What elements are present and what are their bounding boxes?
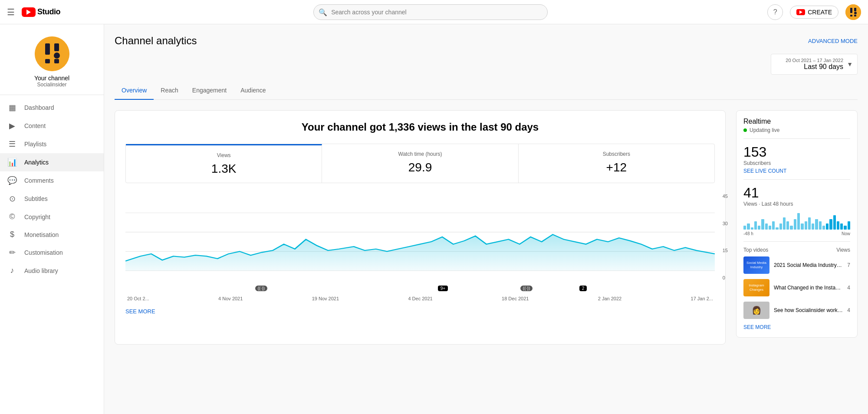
avatar[interactable]: [845, 4, 861, 20]
search-icon: 🔍: [319, 8, 327, 16]
date-range-selector[interactable]: 20 Oct 2021 – 17 Jan 2022 Last 90 days ▼: [771, 54, 858, 75]
tab-audience[interactable]: Audience: [233, 82, 273, 100]
help-button[interactable]: ?: [767, 4, 783, 20]
mini-bar: [743, 226, 746, 230]
top-videos-see-more-button[interactable]: SEE MORE: [743, 324, 850, 330]
page-header: Channel analytics ADVANCED MODE: [115, 35, 858, 47]
y-label-30: 30: [723, 221, 728, 226]
svg-rect-1: [850, 8, 852, 13]
marker-broadcast-2[interactable]: ((·)): [520, 286, 533, 291]
top-videos-views-label: Views: [836, 247, 850, 253]
svg-rect-11: [54, 59, 59, 63]
sidebar-item-copyright[interactable]: © Copyright: [0, 208, 104, 226]
metric-views: Views 1.3K: [126, 144, 322, 183]
realtime-live-indicator: Updating live: [743, 127, 850, 133]
mini-bar: [848, 221, 850, 230]
svg-rect-5: [854, 15, 856, 16]
video-thumbnail: 👩: [743, 302, 769, 319]
logo[interactable]: Studio: [22, 7, 60, 17]
mini-bar: [786, 221, 789, 230]
live-dot: [743, 128, 747, 132]
sidebar-item-label: Audio library: [24, 267, 58, 274]
marker-badge-9plus[interactable]: 9+: [438, 286, 448, 291]
create-button[interactable]: CREATE: [790, 6, 838, 19]
see-more-button[interactable]: SEE MORE: [125, 308, 715, 315]
marker-badge-2[interactable]: 2: [579, 286, 587, 291]
time-end-label: Now: [842, 231, 850, 236]
metric-subscribers: Subscribers +12: [519, 144, 714, 183]
menu-hamburger-icon[interactable]: ☰: [7, 7, 15, 17]
sidebar-item-subtitles[interactable]: ⊙ Subtitles: [0, 190, 104, 208]
app-layout: Your channel Socialinsider ▦ Dashboard ▶…: [0, 0, 868, 414]
marker-broadcast-1[interactable]: ((·)): [255, 286, 267, 291]
search-input[interactable]: [313, 4, 548, 20]
tab-reach[interactable]: Reach: [154, 82, 185, 100]
youtube-logo-icon: [22, 7, 36, 17]
mini-bar: [801, 223, 803, 230]
tab-engagement[interactable]: Engagement: [185, 82, 233, 100]
video-title: See how Socialinsider works i...: [774, 307, 843, 313]
app-header: ☰ Studio 🔍 ? CREATE: [0, 0, 868, 24]
tab-overview[interactable]: Overview: [115, 82, 154, 100]
sidebar-item-customisation[interactable]: ✏ Customisation: [0, 243, 104, 262]
list-item: 👩 See how Socialinsider works i... 4: [743, 302, 850, 319]
realtime-card: Realtime Updating live 153 Subscribers S…: [736, 110, 858, 338]
metric-subscribers-value: +12: [529, 161, 704, 174]
side-panel: Realtime Updating live 153 Subscribers S…: [736, 110, 858, 345]
sidebar: Your channel Socialinsider ▦ Dashboard ▶…: [0, 24, 104, 414]
page-title: Channel analytics: [115, 35, 197, 47]
mini-bar: [772, 221, 775, 230]
studio-logo-text: Studio: [37, 7, 60, 16]
y-label-45: 45: [723, 194, 728, 199]
subtitles-icon: ⊙: [7, 194, 17, 204]
mini-bar: [833, 215, 836, 230]
mini-bar: [819, 221, 822, 230]
sidebar-item-analytics[interactable]: 📊 Analytics: [0, 153, 104, 171]
date-range-wrapper: 20 Oct 2021 – 17 Jan 2022 Last 90 days ▼: [115, 54, 858, 75]
svg-point-3: [854, 12, 857, 14]
mini-bar: [829, 219, 832, 230]
metric-views-value: 1.3K: [136, 162, 311, 176]
see-live-count-button[interactable]: SEE LIVE COUNT: [743, 168, 850, 174]
mini-bar: [812, 223, 814, 230]
metric-watch-time: Watch time (hours) 29.9: [322, 144, 518, 183]
x-label-7: 17 Jan 2...: [691, 296, 713, 301]
mini-bar: [751, 227, 753, 230]
customisation-icon: ✏: [7, 248, 17, 257]
main-content: Channel analytics ADVANCED MODE 20 Oct 2…: [104, 24, 868, 414]
chart-markers: ((·)) 9+ ((·)) 2: [125, 284, 715, 294]
mini-bar: [815, 219, 818, 230]
chart-svg: [125, 194, 715, 280]
sidebar-item-dashboard[interactable]: ▦ Dashboard: [0, 99, 104, 117]
metric-watchtime-value: 29.9: [332, 161, 507, 174]
sidebar-item-label: Monetisation: [24, 231, 59, 238]
channel-info: Your channel Socialinsider: [0, 30, 104, 95]
mini-bar: [808, 217, 811, 230]
svg-point-0: [845, 4, 861, 20]
sidebar-item-label: Customisation: [24, 249, 63, 256]
playlists-icon: ☰: [7, 139, 17, 149]
chart-x-labels: 20 Oct 2... 4 Nov 2021 19 Nov 2021 4 Dec…: [125, 296, 715, 301]
search-bar: 🔍: [94, 4, 767, 20]
sidebar-item-comments[interactable]: 💬 Comments: [0, 171, 104, 190]
channel-avatar: [35, 36, 69, 71]
sidebar-item-playlists[interactable]: ☰ Playlists: [0, 135, 104, 153]
top-videos-header: Top videos Views: [743, 247, 850, 253]
create-label: CREATE: [808, 9, 832, 16]
sidebar-item-label: Playlists: [24, 141, 46, 148]
sidebar-item-label: Analytics: [24, 159, 49, 166]
copyright-icon: ©: [7, 212, 17, 221]
sidebar-item-label: Content: [24, 122, 46, 129]
x-label-5: 18 Dec 2021: [502, 296, 529, 301]
mini-bar: [797, 213, 800, 230]
mini-bar: [761, 219, 764, 230]
metric-views-label: Views: [136, 152, 311, 158]
advanced-mode-button[interactable]: ADVANCED MODE: [808, 38, 858, 44]
sidebar-item-monetisation[interactable]: $ Monetisation: [0, 226, 104, 243]
sidebar-item-audio-library[interactable]: ♪ Audio library: [0, 262, 104, 279]
video-views: 4: [847, 285, 850, 291]
create-icon: [796, 9, 805, 15]
sidebar-item-label: Dashboard: [24, 104, 54, 111]
sidebar-item-content[interactable]: ▶ Content: [0, 117, 104, 135]
chevron-down-icon: ▼: [847, 61, 853, 68]
